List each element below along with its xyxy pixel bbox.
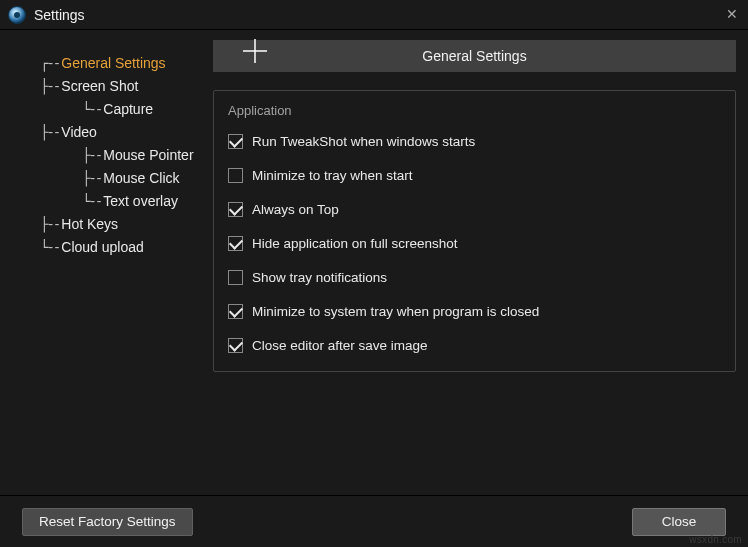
- checkbox-hide-app-full-screenshot[interactable]: Hide application on full screenshot: [228, 236, 721, 251]
- checkbox-show-tray-notifications[interactable]: Show tray notifications: [228, 270, 721, 285]
- footer: Reset Factory Settings Close: [0, 495, 748, 547]
- close-icon[interactable]: ✕: [722, 4, 742, 24]
- checkbox-label: Minimize to system tray when program is …: [252, 304, 539, 319]
- checkbox-label: Hide application on full screenshot: [252, 236, 458, 251]
- tree-connector-icon: ├--: [40, 124, 59, 140]
- checkbox-minimize-tray-close[interactable]: Minimize to system tray when program is …: [228, 304, 721, 319]
- checkbox-label: Run TweakShot when windows starts: [252, 134, 475, 149]
- tree-item-video[interactable]: ├--Video: [18, 121, 199, 144]
- watermark: wsxdn.com: [689, 534, 742, 545]
- tree-label: Text overlay: [103, 193, 178, 209]
- settings-tree: ┌--General Settings ├--Screen Shot └--Ca…: [0, 30, 205, 495]
- tree-connector-icon: └--: [40, 239, 59, 255]
- tree-label: General Settings: [61, 55, 165, 71]
- checkbox-icon: [228, 338, 243, 353]
- tree-connector-icon: ┌--: [40, 55, 59, 71]
- group-title: Application: [228, 103, 721, 118]
- checkbox-icon: [228, 270, 243, 285]
- close-button[interactable]: Close: [632, 508, 726, 536]
- titlebar: Settings ✕: [0, 0, 748, 30]
- tree-connector-icon: ├--: [82, 170, 101, 186]
- section-header: General Settings: [213, 40, 736, 72]
- checkbox-icon: [228, 134, 243, 149]
- checkbox-icon: [228, 304, 243, 319]
- tree-item-mouse-pointer[interactable]: ├--Mouse Pointer: [18, 144, 199, 167]
- tree-label: Cloud upload: [61, 239, 144, 255]
- tree-item-screen-shot[interactable]: ├--Screen Shot: [18, 75, 199, 98]
- plus-icon: [241, 37, 269, 65]
- checkbox-icon: [228, 202, 243, 217]
- checkbox-label: Show tray notifications: [252, 270, 387, 285]
- tree-connector-icon: ├--: [82, 147, 101, 163]
- tree-item-hot-keys[interactable]: ├--Hot Keys: [18, 213, 199, 236]
- checkbox-label: Minimize to tray when start: [252, 168, 413, 183]
- tree-label: Hot Keys: [61, 216, 118, 232]
- content-panel: General Settings Application Run TweakSh…: [205, 30, 748, 495]
- tree-connector-icon: └--: [82, 193, 101, 209]
- tree-item-text-overlay[interactable]: └--Text overlay: [18, 190, 199, 213]
- tree-label: Screen Shot: [61, 78, 138, 94]
- tree-item-cloud-upload[interactable]: └--Cloud upload: [18, 236, 199, 259]
- checkbox-icon: [228, 236, 243, 251]
- reset-factory-button[interactable]: Reset Factory Settings: [22, 508, 193, 536]
- checkbox-run-on-start[interactable]: Run TweakShot when windows starts: [228, 134, 721, 149]
- tree-label: Video: [61, 124, 97, 140]
- tree-connector-icon: ├--: [40, 216, 59, 232]
- checkbox-label: Close editor after save image: [252, 338, 428, 353]
- tree-label: Mouse Click: [103, 170, 179, 186]
- tree-item-capture[interactable]: └--Capture: [18, 98, 199, 121]
- window-title: Settings: [34, 7, 85, 23]
- section-title: General Settings: [422, 48, 526, 64]
- application-group: Application Run TweakShot when windows s…: [213, 90, 736, 372]
- checkbox-always-on-top[interactable]: Always on Top: [228, 202, 721, 217]
- checkbox-minimize-tray-start[interactable]: Minimize to tray when start: [228, 168, 721, 183]
- tree-label: Mouse Pointer: [103, 147, 193, 163]
- checkbox-icon: [228, 168, 243, 183]
- app-icon: [8, 6, 26, 24]
- tree-label: Capture: [103, 101, 153, 117]
- checkbox-label: Always on Top: [252, 202, 339, 217]
- tree-item-general-settings[interactable]: ┌--General Settings: [18, 52, 199, 75]
- tree-connector-icon: ├--: [40, 78, 59, 94]
- tree-connector-icon: └--: [82, 101, 101, 117]
- tree-item-mouse-click[interactable]: ├--Mouse Click: [18, 167, 199, 190]
- main-area: ┌--General Settings ├--Screen Shot └--Ca…: [0, 30, 748, 495]
- checkbox-close-editor-after-save[interactable]: Close editor after save image: [228, 338, 721, 353]
